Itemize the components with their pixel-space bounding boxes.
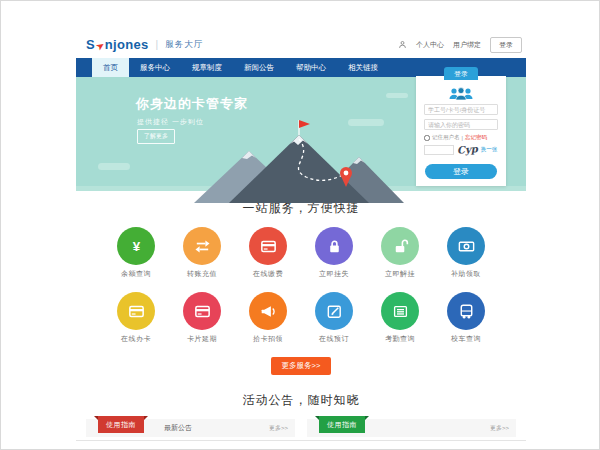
service-item[interactable]: 立即挂失 <box>301 227 367 279</box>
bottom-divider <box>76 440 526 441</box>
service-item[interactable]: 转账充值 <box>169 227 235 279</box>
card-icon <box>249 227 287 265</box>
logo: S➤njones <box>86 37 149 52</box>
service-item[interactable]: 校车查询 <box>433 292 499 344</box>
login-submit-button[interactable]: 登录 <box>425 164 497 179</box>
page: S➤njones | 服务大厅 个人中心 用户绑定 登录 首页服务中心规章制度新… <box>76 31 526 441</box>
more-services-button[interactable]: 更多服务>> <box>271 357 332 375</box>
site-tagline: 服务大厅 <box>165 39 203 51</box>
nav-item-5[interactable]: 相关链接 <box>337 58 389 77</box>
service-label: 拾卡招领 <box>253 334 283 344</box>
services-grid: ¥余额查询转账充值在线缴费立即挂失立即解挂补助领取在线办卡卡片延期拾卡招领在线预… <box>103 227 499 357</box>
more-link[interactable]: 更多>> <box>269 424 288 433</box>
service-label: 立即解挂 <box>385 269 415 279</box>
username-input[interactable] <box>424 104 498 115</box>
service-label: 考勤查询 <box>385 334 415 344</box>
service-label: 转账充值 <box>187 269 217 279</box>
service-label: 校车查询 <box>451 334 481 344</box>
logo-text-prefix: S <box>86 37 95 52</box>
service-item[interactable]: 立即解挂 <box>367 227 433 279</box>
service-item[interactable]: 考勤查询 <box>367 292 433 344</box>
nav-items: 首页服务中心规章制度新闻公告帮助中心相关链接 <box>92 58 389 77</box>
person-icon <box>398 40 407 49</box>
logo-text-suffix: njones <box>105 37 149 52</box>
login-panel: 登录 记住用户名 | 忘记密码 <box>416 76 506 186</box>
panel-ribbon-tab[interactable]: 使用指南 <box>98 416 144 433</box>
panel-ribbon-tab[interactable]: 使用指南 <box>319 416 365 433</box>
list-icon <box>381 292 419 330</box>
header: S➤njones | 服务大厅 个人中心 用户绑定 登录 <box>76 31 526 58</box>
service-item[interactable]: 在线缴费 <box>235 227 301 279</box>
header-right: 个人中心 用户绑定 登录 <box>398 37 522 53</box>
panel-header-bar: 使用指南更多>> <box>307 419 516 437</box>
service-item[interactable]: 在线办卡 <box>103 292 169 344</box>
service-label: 在线办卡 <box>121 334 151 344</box>
svg-text:¥: ¥ <box>132 239 140 254</box>
remember-checkbox[interactable] <box>424 135 430 141</box>
screenshot-canvas: S➤njones | 服务大厅 个人中心 用户绑定 登录 首页服务中心规章制度新… <box>0 0 600 450</box>
card-icon <box>117 292 155 330</box>
service-item[interactable]: 在线预订 <box>301 292 367 344</box>
header-divider: | <box>156 39 159 50</box>
announcements-section: 活动公告，随时知晓 使用指南最新公告更多>>使用指南更多>> <box>76 392 526 441</box>
card-icon <box>183 292 221 330</box>
service-label: 余额查询 <box>121 269 151 279</box>
service-item[interactable]: 卡片延期 <box>169 292 235 344</box>
service-label: 在线缴费 <box>253 269 283 279</box>
transfer-icon <box>183 227 221 265</box>
announcement-panels: 使用指南最新公告更多>>使用指南更多>> <box>86 419 516 437</box>
service-item[interactable]: 补助领取 <box>433 227 499 279</box>
megaphone-icon <box>249 292 287 330</box>
mountain-illustration <box>194 115 404 203</box>
announcement-panel: 使用指南更多>> <box>307 419 516 437</box>
header-login-button[interactable]: 登录 <box>490 37 522 53</box>
password-input[interactable] <box>424 119 498 130</box>
login-tab[interactable]: 登录 <box>444 67 478 80</box>
forgot-password-link[interactable]: 忘记密码 <box>465 134 487 141</box>
hero-cta-button[interactable]: 了解更多 <box>137 129 175 144</box>
service-item[interactable]: 拾卡招领 <box>235 292 301 344</box>
service-label: 立即挂失 <box>319 269 349 279</box>
personal-center-link[interactable]: 个人中心 <box>416 40 444 50</box>
more-link[interactable]: 更多>> <box>490 424 509 433</box>
unlock-icon <box>381 227 419 265</box>
panel-header-bar: 使用指南最新公告更多>> <box>86 419 295 437</box>
banknote-icon <box>447 227 485 265</box>
lock-icon <box>315 227 353 265</box>
remember-row: 记住用户名 | 忘记密码 <box>424 134 498 141</box>
nav-item-3[interactable]: 新闻公告 <box>233 58 285 77</box>
panel-tab[interactable]: 最新公告 <box>164 423 192 433</box>
remember-separator: | <box>462 135 463 141</box>
edit-icon <box>315 292 353 330</box>
remember-label: 记住用户名 <box>432 134 460 141</box>
nav-item-4[interactable]: 帮助中心 <box>285 58 337 77</box>
captcha-row: Cyp 换一张 <box>424 144 498 155</box>
hero-title: 你身边的卡管专家 <box>136 95 248 113</box>
hero-subtitle: 提供捷径 一步到位 <box>137 117 204 127</box>
cloud-icon <box>98 163 130 170</box>
captcha-image[interactable]: Cyp <box>457 143 478 155</box>
announcements-title: 活动公告，随时知晓 <box>76 392 526 409</box>
service-label: 卡片延期 <box>187 334 217 344</box>
service-label: 补助领取 <box>451 269 481 279</box>
nav-item-0[interactable]: 首页 <box>92 58 129 77</box>
bus-icon <box>447 292 485 330</box>
announcement-panel: 使用指南最新公告更多>> <box>86 419 295 437</box>
nav-item-2[interactable]: 规章制度 <box>181 58 233 77</box>
captcha-refresh-link[interactable]: 换一张 <box>481 146 498 153</box>
nav-item-1[interactable]: 服务中心 <box>129 58 181 77</box>
services-section: 一站服务，方便快捷 ¥余额查询转账充值在线缴费立即挂失立即解挂补助领取在线办卡卡… <box>76 191 526 375</box>
user-binding-link[interactable]: 用户绑定 <box>453 40 481 50</box>
users-icon <box>448 86 474 101</box>
service-label: 在线预订 <box>319 334 349 344</box>
service-item[interactable]: ¥余额查询 <box>103 227 169 279</box>
cloud-icon <box>386 93 408 98</box>
captcha-input[interactable] <box>424 145 454 155</box>
yen-icon: ¥ <box>117 227 155 265</box>
hero-banner: 你身边的卡管专家 提供捷径 一步到位 了解更多 登录 <box>76 77 526 191</box>
